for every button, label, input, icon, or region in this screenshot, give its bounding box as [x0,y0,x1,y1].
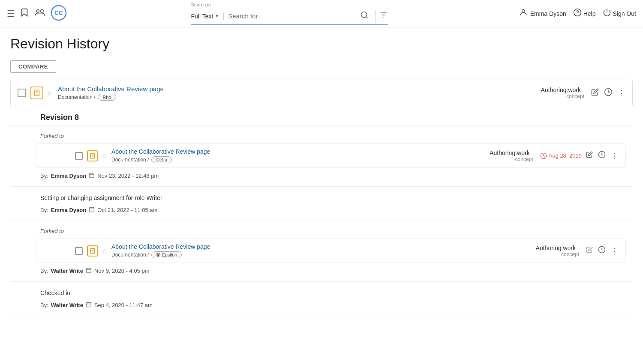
by-line-checkedin: By: Walter Write Sep 4, 2020 - 11:47 am [10,299,633,312]
svg-point-0 [36,10,39,13]
fork-delta-path-text: Documentation / [111,157,149,163]
calendar-icon-4 [86,301,92,309]
fork-epsilon-doc-icon [87,245,98,257]
header-left: ☰ CC [7,5,67,22]
search-in-label: Search in [191,2,388,7]
fork-epsilon-more-icon[interactable]: ⋮ [611,246,619,256]
signout-label: Sign Out [613,10,636,17]
help-icon [573,8,582,19]
main-item-info: About the Collaborative Review page Docu… [58,85,504,101]
bookmark-icon[interactable] [20,8,29,19]
power-icon [603,8,611,19]
svg-rect-40 [87,302,91,307]
by-label-4: By: [40,302,48,308]
fork-label-3: Forked to [10,224,633,237]
fork-epsilon-history-icon[interactable] [598,246,606,256]
date-text-2: Oct 21, 2022 - 11:05 am [97,207,157,213]
delta-tag[interactable]: Delta [151,156,172,163]
user-icon [519,8,528,19]
fork-epsilon-path: Documentation / Epsilon [111,251,499,258]
by-line-assignment: By: Emma Dyson Oct 21, 2022 - 11:05 am [10,204,633,217]
fork-epsilon-checkbox[interactable] [75,247,83,255]
fork-delta-info: About the Collaborative Review page Docu… [111,148,453,163]
fork-delta-actions: ⋮ [586,151,619,161]
rho-tag[interactable]: Rho [98,94,116,101]
simple-group-checkedin: Checked in By: Walter Write Sep 4, 2020 … [10,282,633,316]
help-area[interactable]: Help [573,8,596,19]
svg-rect-36 [87,268,91,273]
fork-group-delta: Forked to ☆ About the Collaborative Revi… [10,126,633,187]
author-name-1: Emma Dyson [51,173,86,179]
by-line-epsilon: By: Walter Write Nov 9, 2020 - 4:05 pm [10,265,633,278]
search-divider [376,10,376,23]
fork-delta-edit-icon[interactable] [586,151,593,160]
user-name: Emma Dyson [530,10,566,17]
path-text: Documentation / [58,94,95,100]
action-checkedin: Checked in [10,285,633,299]
signout-area[interactable]: Sign Out [603,8,636,19]
header-right: Emma Dyson Help Sign Out [519,8,636,19]
star-icon[interactable]: ☆ [47,89,53,97]
search-type-label: Full Text [191,13,213,20]
compare-button[interactable]: COMPARE [10,60,56,73]
fork-epsilon-edit-icon[interactable] [586,246,593,255]
revision-header-text: Revision 8 [40,113,79,122]
search-area: Search in Full Text ▼ [72,2,507,25]
help-label: Help [583,10,596,17]
main-item-authoring-info: Authoring:work concept [504,87,584,99]
main-item-row: ☆ About the Collaborative Review page Do… [10,80,633,106]
search-type-selector[interactable]: Full Text ▼ [191,13,224,20]
svg-point-4 [361,12,367,18]
fork-delta-doc-icon [87,150,98,161]
fork-epsilon-concept: concept [499,251,579,257]
logo[interactable]: CC [51,5,67,22]
page-content: Revision History COMPARE ☆ About the Col… [0,27,643,325]
page-title: Revision History [10,36,633,52]
fork-delta-title[interactable]: About the Collaborative Review page [111,148,453,155]
fork-epsilon-star-icon[interactable]: ☆ [102,248,107,254]
fork-delta-authoring: Authoring:work [453,149,530,156]
fork-delta-history-icon[interactable] [598,151,606,161]
fork-delta-checkbox[interactable] [75,152,83,160]
filter-icon[interactable] [379,11,388,21]
more-options-icon[interactable]: ⋮ [618,88,625,98]
edit-icon[interactable] [591,88,599,98]
menu-icon[interactable]: ☰ [7,9,15,19]
simple-group-assignment: Setting or changing assignment for role … [10,187,633,221]
fork-group-epsilon: Forked to ☆ About the Collaborative Revi… [10,221,633,282]
fork-epsilon-info: About the Collaborative Review page Docu… [111,243,499,258]
doc-type-icon [30,87,43,99]
date-text-3: Nov 9, 2020 - 4:05 pm [94,268,150,274]
fork-delta-more-icon[interactable]: ⋮ [611,151,619,161]
main-item-actions: ⋮ [591,88,625,98]
by-line-delta: By: Emma Dyson Nov 23, 2022 - 12:48 pm [10,170,633,183]
overdue-badge-delta: Aug 28, 2019 [540,152,582,159]
header: ☰ CC Search in [0,0,643,27]
date-text-1: Nov 23, 2022 - 12:48 pm [97,173,159,179]
calendar-icon-1 [89,172,95,179]
main-item-checkbox[interactable] [18,89,26,97]
search-icon[interactable] [357,11,372,21]
team-icon[interactable] [34,8,45,19]
fork-delta-path: Documentation / Delta [111,156,453,163]
search-box: Full Text ▼ [191,8,388,25]
fork-delta-star-icon[interactable]: ☆ [102,152,107,159]
fork-epsilon-path-text: Documentation / [111,252,149,258]
epsilon-tag[interactable]: Epsilon [151,251,182,258]
by-label-3: By: [40,268,48,274]
history-icon[interactable] [604,88,613,98]
main-item-title[interactable]: About the Collaborative Review page [58,85,504,92]
svg-rect-27 [90,207,94,212]
svg-text:CC: CC [54,9,63,16]
fork-epsilon-actions: ⋮ [586,246,619,256]
user-area[interactable]: Emma Dyson [519,8,566,19]
fork-epsilon-title[interactable]: About the Collaborative Review page [111,243,499,250]
search-input[interactable] [228,12,357,20]
revision-list: Revision 8 Forked to ☆ About the Collabo… [10,106,633,316]
svg-point-1 [41,10,44,13]
author-name-2: Emma Dyson [51,207,86,213]
chevron-down-icon: ▼ [215,14,219,18]
fork-delta-authoring-info: Authoring:work concept [453,149,533,162]
svg-point-8 [522,9,525,12]
by-label-1: By: [40,173,48,179]
